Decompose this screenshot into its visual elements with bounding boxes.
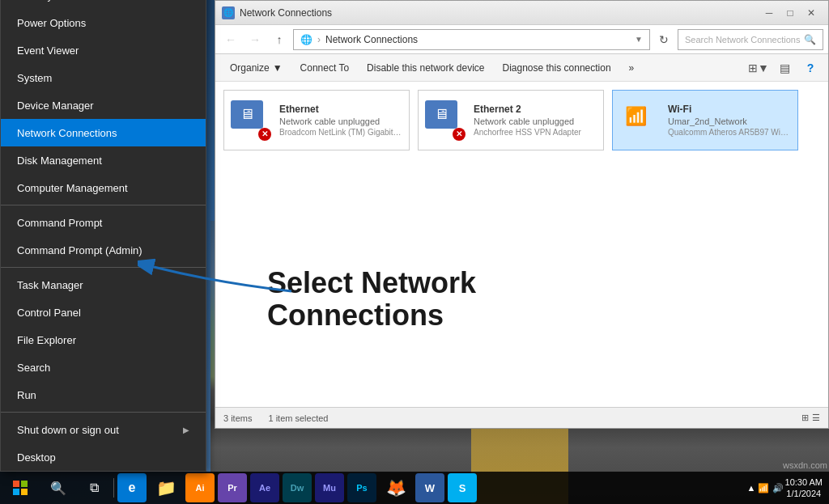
cortana-button[interactable]: 🔍 [40, 472, 76, 504]
computer-management-label: Computer Management [17, 182, 128, 194]
ethernet1-status-icon: ✕ [258, 128, 271, 141]
help-button[interactable]: ? [799, 57, 822, 78]
photoshop-taskbar-icon[interactable]: Ps [347, 473, 376, 502]
address-input[interactable]: 🌐 › Network Connections ▼ [293, 29, 650, 50]
ethernet1-name: Ethernet [279, 104, 402, 115]
wifi-icon-wrapper: 📶 [619, 100, 660, 141]
window-toolbar: Organize ▼ Connect To Disable this netwo… [215, 54, 828, 82]
disable-network-button[interactable]: Disable this network device [359, 57, 492, 78]
ethernet2-item[interactable]: 🖥 ✕ Ethernet 2 Network cable unplugged A… [418, 90, 604, 150]
statusbar-view-icons: ⊞ ☰ [801, 413, 820, 423]
task-view-button[interactable]: ⧉ [76, 472, 112, 504]
forward-button[interactable]: → [244, 29, 266, 50]
address-text: Network Connections [325, 34, 418, 45]
organize-label: Organize [230, 62, 270, 74]
wifi-item[interactable]: 📶 Wi-Fi Umar_2nd_Network Qualcomm Athero… [612, 90, 798, 150]
dreamweaver-taskbar-icon[interactable]: Dw [283, 473, 312, 502]
edge-taskbar-icon[interactable]: e [117, 473, 147, 502]
svg-rect-2 [21, 481, 28, 487]
word-taskbar-icon[interactable]: W [415, 473, 444, 502]
menu-item-search[interactable]: Search [1, 354, 206, 381]
menu-item-disk-management[interactable]: Disk Management [1, 146, 206, 174]
firefox-taskbar-icon[interactable]: 🦊 [378, 472, 414, 504]
menu-item-control-panel[interactable]: Control Panel [1, 299, 206, 326]
up-button[interactable]: ↑ [269, 29, 290, 50]
file-explorer-taskbar-icon[interactable]: 📁 [148, 472, 184, 504]
back-button[interactable]: ← [220, 29, 241, 50]
connect-to-label: Connect To [300, 62, 350, 74]
muse-taskbar-icon[interactable]: Mu [315, 473, 344, 502]
more-toolbar-button[interactable]: » [621, 57, 643, 78]
taskbar: 🔍 ⧉ e 📁 Ai Pr Ae Dw Mu Ps 🦊 W S ▲ 📶 🔊 10… [0, 472, 829, 504]
menu-item-power-options[interactable]: Power Options [1, 9, 206, 36]
premiere-taskbar-icon[interactable]: Pr [218, 473, 247, 502]
disk-management-label: Disk Management [17, 155, 102, 167]
illustrator-taskbar-icon[interactable]: Ai [185, 473, 215, 502]
network-connections-window: 🌐 Network Connections ─ □ ✕ ← → ↑ 🌐 › Ne… [215, 0, 829, 429]
diagnose-button[interactable]: Diagnose this connection [495, 57, 619, 78]
annotation-text: Select Network Connections [267, 267, 476, 331]
menu-item-mobility-center[interactable]: Mobility Center [1, 0, 206, 9]
annotation-line2: Connections [267, 299, 476, 332]
minimize-button[interactable]: ─ [759, 5, 780, 21]
close-button[interactable]: ✕ [801, 5, 822, 21]
after-effects-taskbar-icon[interactable]: Ae [250, 473, 279, 502]
ethernet1-status: Network cable unplugged [279, 116, 402, 126]
wifi-adapter: Qualcomm Atheros AR5B97 Wirel... [668, 128, 791, 137]
refresh-button[interactable]: ↻ [653, 29, 674, 50]
ethernet2-computer-icon: 🖥 [425, 100, 457, 129]
taskbar-sep-1 [113, 478, 114, 498]
wifi-signal-icon: 📶 [619, 100, 652, 133]
diagnose-label: Diagnose this connection [503, 62, 611, 74]
run-label: Run [17, 389, 36, 401]
ethernet2-adapter: Anchorfree HSS VPN Adapter [474, 128, 597, 137]
menu-separator-3 [1, 412, 206, 413]
watermark: wsxdn.com [783, 460, 827, 470]
desktop: 🗑 Recycle Bin 🎮 Ultra StreetFighter IV 🦊… [0, 0, 829, 504]
menu-item-shut-down[interactable]: Shut down or sign out ▶ [1, 416, 206, 443]
menu-item-device-manager[interactable]: Device Manager [1, 91, 206, 119]
menu-item-run[interactable]: Run [1, 381, 206, 409]
svg-rect-4 [21, 489, 28, 495]
menu-item-event-viewer[interactable]: Event Viewer [1, 36, 206, 64]
more-icon: » [629, 62, 635, 74]
svg-rect-1 [13, 481, 19, 487]
view-options-button[interactable]: ⊞▼ [747, 57, 770, 78]
preview-pane-button[interactable]: ▤ [773, 57, 796, 78]
search-box[interactable]: Search Network Connections 🔍 [678, 29, 823, 50]
ethernet2-icon-wrapper: 🖥 ✕ [425, 100, 466, 141]
large-icons-view-icon[interactable]: ⊞ [801, 413, 809, 423]
menu-item-file-explorer[interactable]: File Explorer [1, 326, 206, 354]
address-dropdown-icon: ▼ [635, 35, 643, 44]
list-view-icon[interactable]: ☰ [812, 413, 820, 423]
context-menu: Programs and Features Mobility Center Po… [0, 0, 206, 472]
connect-to-button[interactable]: Connect To [292, 57, 358, 78]
start-button[interactable] [0, 472, 40, 504]
clock: 10:30 AM1/1/2024 [785, 476, 823, 500]
menu-item-task-manager[interactable]: Task Manager [1, 271, 206, 299]
system-label: System [17, 72, 52, 84]
menu-item-command-prompt[interactable]: Command Prompt [1, 209, 206, 236]
organize-button[interactable]: Organize ▼ [222, 57, 291, 78]
skype-taskbar-icon[interactable]: S [448, 473, 477, 502]
power-options-label: Power Options [17, 17, 86, 29]
window-icon: 🌐 [222, 6, 235, 19]
search-label: Search [17, 362, 50, 374]
network-connections-label: Network Connections [17, 127, 117, 139]
menu-item-computer-management[interactable]: Computer Management [1, 174, 206, 201]
command-prompt-label: Command Prompt [17, 217, 102, 229]
menu-item-command-prompt-admin[interactable]: Command Prompt (Admin) [1, 236, 206, 264]
search-placeholder: Search Network Connections [685, 35, 800, 44]
menu-item-desktop[interactable]: Desktop [1, 443, 206, 471]
mobility-center-label: Mobility Center [17, 0, 87, 2]
menu-item-network-connections[interactable]: Network Connections [1, 119, 206, 146]
shut-down-arrow-icon: ▶ [183, 426, 189, 434]
menu-item-system[interactable]: System [1, 64, 206, 91]
maximize-button[interactable]: □ [780, 5, 801, 21]
ethernet1-item[interactable]: 🖥 ✕ Ethernet Network cable unplugged Bro… [223, 90, 410, 150]
wifi-status: Umar_2nd_Network [668, 116, 791, 126]
control-panel-label: Control Panel [17, 307, 81, 319]
desktop-label: Desktop [17, 451, 56, 464]
file-explorer-label: File Explorer [17, 334, 76, 346]
ethernet1-info: Ethernet Network cable unplugged Broadco… [279, 104, 402, 137]
